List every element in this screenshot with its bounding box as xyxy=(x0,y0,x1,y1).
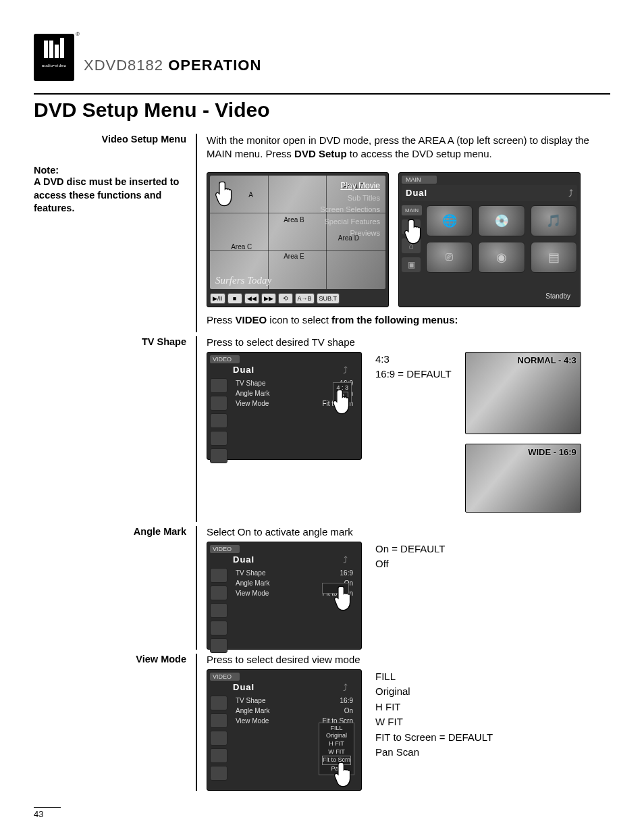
dvd-play-screenshot: A Area B Area C Area D Area E Area F Pla… xyxy=(207,172,389,307)
note-body: A DVD disc must be inserted to access th… xyxy=(34,176,186,215)
area-a-label: A xyxy=(248,191,253,199)
touch-hand-icon xyxy=(333,760,357,789)
preview-normal: NORMAL - 4:3 xyxy=(465,352,581,434)
brand-text: Dual xyxy=(233,365,254,375)
source-icon[interactable]: 🎵 xyxy=(531,205,577,236)
view-mode-label: View Mode xyxy=(34,654,186,664)
video-setup-label: Video Setup Menu xyxy=(34,134,186,145)
source-icon[interactable]: ◉ xyxy=(478,242,525,273)
page-title: DVD Setup Menu - Video xyxy=(34,99,610,122)
source-icon[interactable]: 💿 xyxy=(478,205,525,236)
brand-logo: ® audio•video xyxy=(34,34,74,81)
angle-mark-options: On = DEFAULT Off xyxy=(375,542,446,572)
header-title: XDVD8182 OPERATION xyxy=(84,57,261,74)
angle-mark-label: Angle Mark xyxy=(34,526,186,537)
angle-mark-instruction: Select On to activate angle mark xyxy=(207,526,610,538)
page-header: ® audio•video XDVD8182 OPERATION xyxy=(34,34,610,81)
tv-shape-instruction: Press to select desired TV shape xyxy=(207,336,610,348)
repeat-button[interactable]: ⟲ xyxy=(278,293,293,304)
playback-buttons: ▶/II ■ ◀◀ ▶▶ ⟲ A→B SUB.T xyxy=(210,293,385,304)
subtitle-button[interactable]: SUB.T xyxy=(317,293,340,304)
main-menu-screenshot: MAIN Dual ⤴ MAIN ☰ ⌂ ▣ 🌐 xyxy=(398,172,581,307)
view-mode-screenshot: VIDEO Dual⤴ TV Shape16:9 Angle MarkOn Vi… xyxy=(207,669,362,791)
area-c-label: Area C xyxy=(231,243,252,251)
source-icon[interactable]: 🌐 xyxy=(426,205,473,236)
tv-shape-label: TV Shape xyxy=(34,336,186,347)
area-e-label: Area E xyxy=(284,253,304,260)
touch-hand-icon xyxy=(333,584,357,613)
brand-text: Dual xyxy=(406,188,427,198)
play-pause-button[interactable]: ▶/II xyxy=(210,293,225,304)
video-instruction: Press VIDEO icon to select from the foll… xyxy=(207,314,610,325)
movie-title-overlay: Surfers Today xyxy=(215,275,271,286)
main-tab: MAIN xyxy=(402,176,437,184)
page-number: 43 xyxy=(34,807,61,819)
touch-hand-icon xyxy=(331,388,356,416)
note-heading: Note: xyxy=(34,165,186,176)
view-mode-instruction: Press to select desired view mode xyxy=(207,654,610,665)
view-mode-options: FILL Original H FIT W FIT FIT to Screen … xyxy=(375,669,493,760)
standby-label: Standby xyxy=(545,292,570,300)
tv-shape-screenshot: VIDEO Dual⤴ TV Shape16:9 Angle MarkOn Vi… xyxy=(207,352,362,460)
angle-mark-screenshot: VIDEO Dual⤴ TV Shape16:9 Angle MarkOn Vi… xyxy=(207,542,362,650)
forward-button[interactable]: ▶▶ xyxy=(261,293,276,304)
touch-hand-icon xyxy=(403,217,427,246)
video-tab: VIDEO xyxy=(210,355,240,363)
touch-hand-icon xyxy=(214,180,238,208)
ab-repeat-button[interactable]: A→B xyxy=(295,293,315,304)
side-main-tab: MAIN xyxy=(402,205,422,215)
side-icon: ▣ xyxy=(402,257,421,272)
source-icon[interactable]: ▤ xyxy=(531,242,577,273)
video-tab: VIDEO xyxy=(210,545,240,553)
rewind-button[interactable]: ◀◀ xyxy=(244,293,259,304)
area-b-label: Area B xyxy=(284,216,304,224)
video-tab: VIDEO xyxy=(210,673,240,681)
preview-wide: WIDE - 16:9 xyxy=(465,444,581,513)
stop-button[interactable]: ■ xyxy=(227,293,242,304)
logo-subtext: audio•video xyxy=(42,63,67,68)
intro-text: With the monitor open in DVD mode, press… xyxy=(207,134,610,161)
source-icon[interactable]: ⎚ xyxy=(426,242,473,273)
dvd-disc-menu: Play Movie Sub Titles Screen Selections … xyxy=(320,180,380,240)
tv-shape-options: 4:3 16:9 = DEFAULT xyxy=(375,352,452,382)
